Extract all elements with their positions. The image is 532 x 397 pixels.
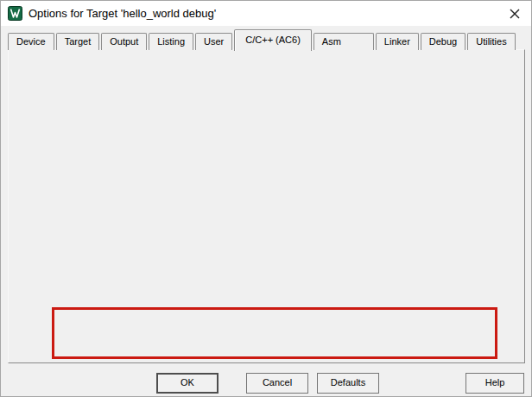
cancel-button[interactable]: Cancel xyxy=(246,373,308,394)
ok-button[interactable]: OK xyxy=(156,373,218,394)
close-icon[interactable] xyxy=(508,7,522,21)
tab-listing[interactable]: Listing xyxy=(149,33,193,50)
tab-asm[interactable]: Asm xyxy=(314,33,374,50)
window-title: Options for Target 'hello_world debug' xyxy=(28,7,216,20)
uvision-logo-icon xyxy=(8,6,22,21)
tab-debug[interactable]: Debug xyxy=(421,33,466,50)
tab-linker[interactable]: Linker xyxy=(376,33,419,50)
tab-user[interactable]: User xyxy=(195,33,232,50)
tab-utilities[interactable]: Utilities xyxy=(467,33,515,50)
options-dialog: Options for Target 'hello_world debug' D… xyxy=(0,0,532,397)
defaults-button[interactable]: Defaults xyxy=(317,373,379,394)
tab-device[interactable]: Device xyxy=(8,33,54,50)
help-button[interactable]: Help xyxy=(466,373,524,394)
tab-strip: Device Target Output Listing User C/C++ … xyxy=(8,29,517,50)
title-bar: Options for Target 'hello_world debug' xyxy=(1,1,531,26)
tab-target[interactable]: Target xyxy=(56,33,100,50)
tab-output[interactable]: Output xyxy=(101,33,147,50)
tab-c-cpp-ac6[interactable]: C/C++ (AC6) xyxy=(234,29,312,51)
tab-page-panel xyxy=(8,49,525,363)
